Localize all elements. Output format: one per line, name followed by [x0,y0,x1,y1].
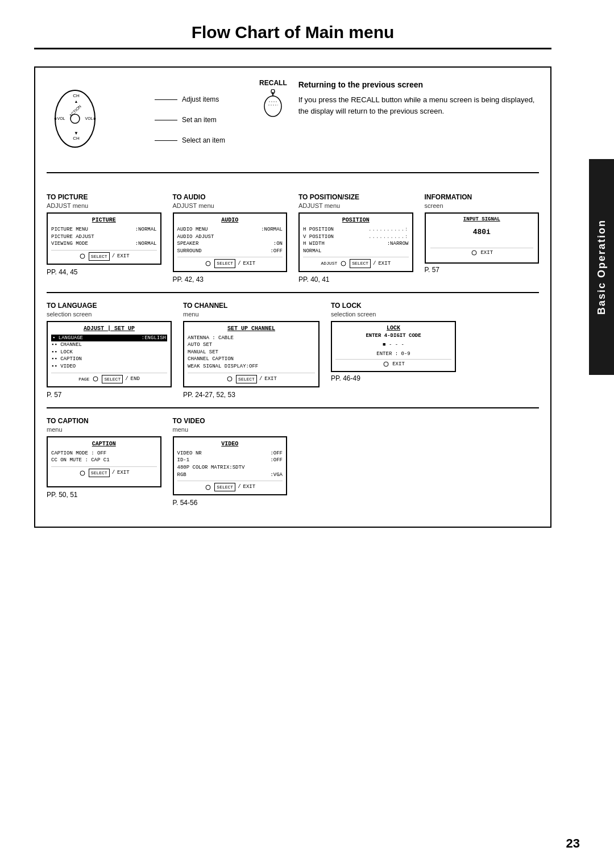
channel-label: TO CHANNEL [183,302,320,310]
svg-text:VOL►: VOL► [85,116,97,120]
svg-point-20 [384,362,388,366]
side-tab: Basic Operation [589,159,614,375]
caption-label: TO CAPTION [47,417,161,425]
flow-item-language: TO LANGUAGE selection screen ADJUST | SE… [47,302,172,399]
select-icon-ch [226,376,234,382]
language-screen: ADJUST | SET UP ▪ LANGUAGE:ENGLISH ▪▪ CH… [47,321,172,387]
adjust-label: Adjust items [155,95,225,103]
select-icon-lang [92,376,99,382]
side-tab-label: Basic Operation [596,219,608,315]
flow-section-2: TO LANGUAGE selection screen ADJUST | SE… [47,293,539,408]
svg-point-14 [80,254,85,258]
svg-point-19 [227,377,232,381]
information-label: INFORMATION [425,193,540,201]
lock-screen: LOCK ENTER 4-DIGIT CODE ■ - - - ENTER : … [331,321,456,372]
svg-point-17 [472,251,476,255]
svg-text:▼: ▼ [74,131,78,136]
svg-point-22 [206,485,210,490]
picture-sublabel: ADJUST menu [47,202,161,209]
svg-point-6 [70,114,80,123]
remote-area: CH ▲ ACTION ◄VOL VOL► ▼ CH [47,85,149,155]
audio-label: TO AUDIO [173,193,288,201]
svg-text:ACTION: ACTION [68,104,82,118]
position-pages: PP. 40, 41 [298,276,413,283]
audio-pages: PP. 42, 43 [173,276,288,283]
flow-item-audio: TO AUDIO ADJUST menu AUDIO AUDIO MENU:NO… [173,193,288,283]
information-screen: INPUT SIGNAL 480i EXIT [425,212,540,264]
flow-section-3: TO CAPTION menu CAPTION CAPTION MODE : O… [47,408,539,516]
flow-row-3: TO CAPTION menu CAPTION CAPTION MODE : O… [47,417,539,507]
control-labels: Adjust items Set an item Select an item [149,85,225,155]
flow-item-position: TO POSITION/SIZE ADJUST menu POSITION H … [298,193,413,283]
select-label: Select an item [155,136,225,144]
position-sublabel: ADJUST menu [298,202,413,209]
svg-point-16 [341,261,346,266]
recall-label: RECALL [259,79,287,87]
select-icon-cap [78,470,86,476]
channel-screen: SET UP CHANNEL ANTENNA : CABLE AUTO SET … [183,321,320,387]
exit-icon-lock [382,361,390,367]
outer-box: CH ▲ ACTION ◄VOL VOL► ▼ CH [34,66,551,528]
flow-section-1: TO PICTURE ADJUST menu PICTURE PICTURE M… [47,185,539,293]
flow-item-picture: TO PICTURE ADJUST menu PICTURE PICTURE M… [47,193,161,283]
picture-label: TO PICTURE [47,193,161,201]
recall-hand-icon [260,89,286,120]
caption-screen: CAPTION CAPTION MODE : OFF CC ON MUTE : … [47,436,161,487]
recall-heading: Returning to the previous screen [298,79,539,91]
caption-pages: PP. 50, 51 [47,491,161,499]
set-label: Set an item [155,116,225,124]
flow-item-channel: TO CHANNEL menu SET UP CHANNEL ANTENNA :… [183,302,320,399]
video-sublabel: menu [173,426,288,433]
audio-sublabel: ADJUST menu [173,202,288,209]
page-number: 23 [566,836,580,851]
select-icon-pos [339,261,347,266]
svg-text:CH: CH [73,93,80,98]
svg-text:◄VOL: ◄VOL [53,116,65,120]
lock-label: TO LOCK [331,302,456,310]
controls-section: CH ▲ ACTION ◄VOL VOL► ▼ CH [47,79,539,173]
exit-icon-info [470,250,478,256]
language-label: TO LANGUAGE [47,302,172,310]
flow-item-lock: TO LOCK selection screen LOCK ENTER 4-DI… [331,302,456,399]
svg-point-21 [80,471,85,475]
recall-text-area: Returning to the previous screen If you … [298,79,539,116]
caption-sublabel: menu [47,426,161,433]
flow-item-video: TO VIDEO menu VIDEO VIDEO NR:OFF ID-1:OF… [173,417,288,507]
svg-text:▲: ▲ [74,99,78,103]
flow-item-information: INFORMATION screen INPUT SIGNAL 480i EXI… [425,193,540,283]
language-pages: P. 57 [47,391,172,399]
lock-pages: PP. 46-49 [331,374,456,382]
flow-row-2: TO LANGUAGE selection screen ADJUST | SE… [47,302,539,399]
main-content: Flow Chart of Main menu CH ▲ ACTION [34,23,580,528]
channel-sublabel: menu [183,311,320,318]
video-label: TO VIDEO [173,417,288,425]
picture-screen: PICTURE PICTURE MENU:NORMAL PICTURE ADJU… [47,212,161,265]
svg-point-15 [206,261,210,266]
information-pages: P. 57 [425,266,540,274]
remote-svg: CH ▲ ACTION ◄VOL VOL► ▼ CH [47,85,103,153]
page-title: Flow Chart of Main menu [34,23,551,49]
picture-pages: PP. 44, 45 [47,268,161,276]
information-sublabel: screen [425,202,540,209]
select-icon [78,253,86,259]
position-label: TO POSITION/SIZE [298,193,413,201]
video-pages: P. 54-56 [173,499,288,507]
recall-icon-area: RECALL [259,79,287,120]
svg-point-18 [93,377,98,381]
lock-sublabel: selection screen [331,311,456,318]
flow-row-1: TO PICTURE ADJUST menu PICTURE PICTURE M… [47,193,539,283]
remote-annotation: CH ▲ ACTION ◄VOL VOL► ▼ CH [47,79,225,161]
flow-item-caption: TO CAPTION menu CAPTION CAPTION MODE : O… [47,417,161,507]
position-screen: POSITION H POSITION..........: V POSITIO… [298,212,413,272]
recall-description: If you press the RECALL button while a m… [298,94,539,116]
select-icon-vid [204,485,212,490]
audio-screen: AUDIO AUDIO MENU:NORMAL AUDIO ADJUST SPE… [173,212,288,272]
language-sublabel: selection screen [47,311,172,318]
recall-section: RECALL Returning to the previous screen [259,79,539,120]
channel-pages: PP. 24-27, 52, 53 [183,391,320,399]
svg-point-9 [264,96,281,116]
svg-text:CH: CH [73,136,80,141]
video-screen: VIDEO VIDEO NR:OFF ID-1:OFF 480P COLOR M… [173,436,288,496]
select-icon-audio [204,261,212,266]
